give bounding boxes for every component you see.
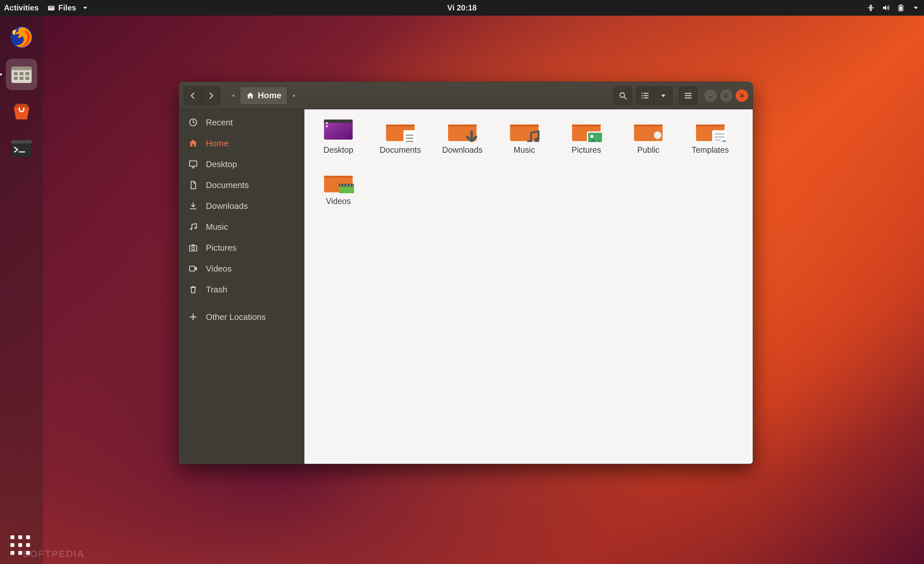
window-close-button[interactable]: [736, 89, 748, 102]
folder-icon: [694, 117, 726, 142]
volume-icon[interactable]: [882, 4, 890, 12]
sidebar-item-videos[interactable]: Videos: [179, 258, 304, 279]
window-minimize-button[interactable]: [704, 89, 717, 102]
nav-back-button[interactable]: [184, 86, 202, 105]
dropdown-icon: [81, 4, 89, 12]
maximize-icon: [723, 93, 729, 99]
folder-icon: [322, 168, 354, 193]
sidebar: RecentHomeDesktopDocumentsDownloadsMusic…: [179, 109, 304, 464]
desktop: Activities Files Vi 20:18 SOFTPEDIA: [0, 0, 924, 564]
battery-icon[interactable]: [897, 4, 905, 12]
minimize-icon: [708, 93, 714, 99]
sidebar-item-music[interactable]: Music: [179, 217, 304, 237]
sidebar-item-label: Pictures: [206, 243, 237, 253]
sidebar-item-label: Home: [206, 138, 228, 149]
file-item-templates[interactable]: Templates: [686, 117, 734, 155]
dock-files[interactable]: [6, 59, 37, 90]
network-icon[interactable]: [867, 4, 875, 12]
caret-down-icon: [659, 91, 668, 100]
nav-forward-button[interactable]: [202, 86, 220, 105]
dock-firefox[interactable]: [6, 21, 37, 53]
sidebar-item-home[interactable]: Home: [179, 133, 304, 154]
view-list-button[interactable]: [636, 86, 654, 105]
file-item-music[interactable]: Music: [500, 117, 549, 155]
file-item-pictures[interactable]: Pictures: [562, 117, 610, 155]
sidebar-item-label: Music: [206, 222, 228, 232]
sidebar-item-downloads[interactable]: Downloads: [179, 196, 304, 217]
sidebar-item-recent[interactable]: Recent: [179, 112, 304, 133]
titlebar[interactable]: Home: [179, 82, 753, 109]
pictures-icon: [188, 243, 198, 253]
watermark: SOFTPEDIA: [23, 548, 85, 559]
sidebar-item-label: Trash: [206, 284, 227, 295]
sidebar-item-label: Downloads: [206, 201, 248, 211]
close-icon: [739, 93, 745, 99]
file-item-label: Public: [637, 145, 659, 155]
list-view-icon: [640, 91, 650, 100]
search-icon: [618, 91, 627, 100]
file-item-label: Desktop: [323, 145, 353, 155]
other-icon: [188, 312, 198, 322]
files-icon: [9, 62, 34, 87]
menu-icon: [684, 91, 693, 100]
software-icon: [9, 99, 34, 124]
file-grid[interactable]: DesktopDocumentsDownloadsMusicPicturesPu…: [304, 109, 753, 464]
recent-icon: [188, 117, 198, 127]
view-options-button[interactable]: [654, 86, 672, 105]
desktop-icon: [188, 159, 198, 169]
window-maximize-button[interactable]: [720, 89, 732, 102]
folder-icon: [447, 117, 478, 142]
dock-terminal[interactable]: [6, 133, 37, 164]
dock-software[interactable]: [6, 96, 37, 127]
documents-icon: [188, 180, 198, 190]
activities-button[interactable]: Activities: [4, 3, 39, 12]
folder-icon: [385, 117, 416, 142]
chevron-right-icon: [207, 91, 216, 100]
file-item-videos[interactable]: Videos: [314, 168, 363, 206]
top-bar: Activities Files Vi 20:18: [0, 0, 924, 16]
sidebar-item-label: Documents: [206, 180, 249, 190]
path-prev-button[interactable]: [227, 86, 240, 105]
file-item-documents[interactable]: Documents: [376, 117, 424, 155]
folder-icon: [633, 117, 664, 142]
terminal-icon: [9, 137, 34, 161]
path-bar: Home: [227, 86, 300, 105]
file-item-label: Music: [513, 145, 535, 155]
sidebar-item-label: Recent: [206, 117, 232, 128]
app-menu[interactable]: Files: [47, 3, 89, 12]
home-icon: [188, 138, 198, 148]
files-app-icon: [47, 4, 55, 12]
home-icon: [246, 92, 255, 100]
file-item-label: Videos: [326, 197, 351, 206]
clock[interactable]: Vi 20:18: [447, 3, 477, 12]
chevron-left-icon: [188, 91, 197, 100]
trash-icon: [188, 284, 198, 295]
file-item-downloads[interactable]: Downloads: [438, 117, 486, 155]
path-segment-home[interactable]: Home: [240, 86, 288, 105]
sidebar-item-label: Other Locations: [206, 312, 266, 322]
file-item-label: Documents: [380, 145, 421, 155]
system-menu-dropdown-icon[interactable]: [912, 4, 920, 12]
search-button[interactable]: [614, 86, 632, 105]
path-next-button[interactable]: [288, 86, 300, 105]
file-item-public[interactable]: Public: [624, 117, 672, 155]
firefox-icon: [9, 25, 34, 50]
hamburger-menu-button[interactable]: [679, 86, 697, 105]
sidebar-item-trash[interactable]: Trash: [179, 279, 304, 300]
videos-icon: [188, 264, 198, 274]
desktop-folder-icon: [322, 117, 354, 142]
path-label: Home: [258, 90, 281, 101]
sidebar-item-documents[interactable]: Documents: [179, 174, 304, 196]
sidebar-item-label: Videos: [206, 264, 232, 274]
sidebar-item-other[interactable]: Other Locations: [179, 307, 304, 327]
sidebar-item-desktop[interactable]: Desktop: [179, 154, 304, 174]
file-item-desktop[interactable]: Desktop: [314, 117, 363, 155]
file-item-label: Pictures: [572, 145, 601, 155]
folder-icon: [508, 117, 540, 142]
file-item-label: Downloads: [442, 145, 483, 155]
sidebar-item-pictures[interactable]: Pictures: [179, 237, 304, 258]
dock: [0, 16, 43, 564]
app-menu-label: Files: [58, 3, 76, 12]
sidebar-item-label: Desktop: [206, 159, 237, 169]
file-item-label: Templates: [692, 145, 729, 155]
